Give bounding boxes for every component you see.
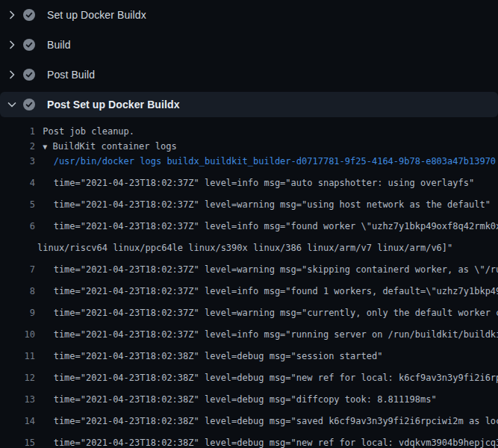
chevron-right-icon bbox=[6, 39, 18, 51]
log-text: time="2021-04-23T18:02:38Z" level=debug … bbox=[35, 370, 498, 385]
log-line: linux/riscv64 linux/ppc64le linux/s390x … bbox=[0, 240, 498, 255]
log-text: time="2021-04-23T18:02:37Z" level=warnin… bbox=[35, 197, 491, 212]
line-number[interactable]: 6 bbox=[0, 219, 35, 234]
log-text: time="2021-04-23T18:02:38Z" level=debug … bbox=[35, 349, 382, 364]
step-header-post-set-up-docker-buildx[interactable]: Post Set up Docker Buildx bbox=[0, 92, 498, 117]
line-number[interactable]: 5 bbox=[0, 197, 35, 212]
log-line: 10 time="2021-04-23T18:02:37Z" level=inf… bbox=[0, 327, 498, 342]
log-text: time="2021-04-23T18:02:37Z" level=warnin… bbox=[35, 305, 498, 320]
log-line: 9 time="2021-04-23T18:02:37Z" level=warn… bbox=[0, 305, 498, 320]
log-text: time="2021-04-23T18:02:37Z" level=warnin… bbox=[35, 262, 498, 277]
log-text: linux/riscv64 linux/ppc64le linux/s390x … bbox=[35, 240, 452, 255]
command-text: /usr/bin/docker logs buildx_buildkit_bui… bbox=[35, 154, 496, 169]
log-text: time="2021-04-23T18:02:37Z" level=info m… bbox=[35, 219, 498, 234]
log-line: 6 time="2021-04-23T18:02:37Z" level=info… bbox=[0, 219, 498, 234]
line-number[interactable]: 7 bbox=[0, 262, 35, 277]
log-line: 12 time="2021-04-23T18:02:38Z" level=deb… bbox=[0, 370, 498, 385]
line-number[interactable]: 2 bbox=[0, 139, 35, 154]
log-line: 13 time="2021-04-23T18:02:38Z" level=deb… bbox=[0, 392, 498, 407]
log-text: time="2021-04-23T18:02:38Z" level=debug … bbox=[35, 435, 498, 448]
line-number[interactable] bbox=[0, 240, 35, 255]
check-circle-icon bbox=[23, 39, 35, 51]
log-text: time="2021-04-23T18:02:37Z" level=info m… bbox=[35, 284, 498, 299]
step-header-set-up-docker-buildx[interactable]: Set up Docker Buildx bbox=[0, 0, 498, 30]
step-title: Set up Docker Buildx bbox=[47, 9, 146, 21]
actions-log-viewer: Set up Docker Buildx Build Post Build Po… bbox=[0, 0, 498, 448]
log-group-toggle-icon[interactable]: ▼ bbox=[43, 143, 47, 151]
step-header-build[interactable]: Build bbox=[0, 30, 498, 60]
chevron-down-icon bbox=[6, 99, 18, 111]
log-line: 15 time="2021-04-23T18:02:38Z" level=deb… bbox=[0, 435, 498, 448]
log-line: 4 time="2021-04-23T18:02:37Z" level=info… bbox=[0, 175, 498, 190]
log-line: 7 time="2021-04-23T18:02:37Z" level=warn… bbox=[0, 262, 498, 277]
log-line: 5 time="2021-04-23T18:02:37Z" level=warn… bbox=[0, 197, 498, 212]
chevron-right-icon bbox=[6, 69, 18, 81]
line-number[interactable]: 10 bbox=[0, 327, 35, 342]
step-title: Build bbox=[47, 39, 71, 51]
log-line: 8 time="2021-04-23T18:02:37Z" level=info… bbox=[0, 284, 498, 299]
line-number[interactable]: 13 bbox=[0, 392, 35, 407]
chevron-right-icon bbox=[6, 9, 18, 21]
log-text: time="2021-04-23T18:02:38Z" level=debug … bbox=[35, 414, 498, 429]
step-header-post-build[interactable]: Post Build bbox=[0, 60, 498, 90]
log-line: 3 /usr/bin/docker logs buildx_buildkit_b… bbox=[0, 154, 498, 169]
line-number[interactable]: 3 bbox=[0, 154, 35, 169]
log-line: 11 time="2021-04-23T18:02:38Z" level=deb… bbox=[0, 349, 498, 364]
check-circle-icon bbox=[23, 69, 35, 81]
log-text: time="2021-04-23T18:02:38Z" level=debug … bbox=[35, 392, 437, 407]
log-lines: 1 Post job cleanup.2 ▼ BuildKit containe… bbox=[0, 124, 498, 448]
log-text: time="2021-04-23T18:02:37Z" level=info m… bbox=[35, 327, 498, 342]
check-circle-icon bbox=[23, 99, 35, 111]
line-number[interactable]: 9 bbox=[0, 305, 35, 320]
log-line: 14 time="2021-04-23T18:02:38Z" level=deb… bbox=[0, 414, 498, 429]
log-text: time="2021-04-23T18:02:37Z" level=info m… bbox=[35, 175, 474, 190]
line-number[interactable]: 8 bbox=[0, 284, 35, 299]
step-title: Post Build bbox=[47, 69, 95, 81]
step-title: Post Set up Docker Buildx bbox=[47, 99, 180, 111]
line-number[interactable]: 4 bbox=[0, 175, 35, 190]
log-line: 2 ▼ BuildKit container logs bbox=[0, 139, 498, 154]
line-number[interactable]: 14 bbox=[0, 414, 35, 429]
log-text: Post job cleanup. bbox=[35, 124, 134, 139]
line-number[interactable]: 11 bbox=[0, 349, 35, 364]
log-line: 1 Post job cleanup. bbox=[0, 124, 498, 139]
line-number[interactable]: 15 bbox=[0, 435, 35, 448]
line-number[interactable]: 1 bbox=[0, 124, 35, 139]
log-text: ▼ BuildKit container logs bbox=[35, 139, 177, 154]
check-circle-icon bbox=[23, 9, 35, 21]
line-number[interactable]: 12 bbox=[0, 370, 35, 385]
